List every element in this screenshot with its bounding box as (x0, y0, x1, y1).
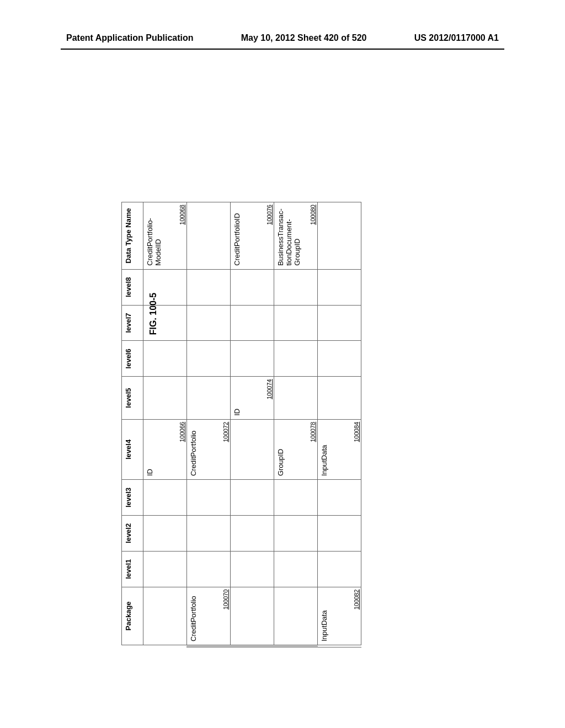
cell-level6 (187, 341, 231, 377)
cell-level4: GroupID 100078 (274, 419, 318, 479)
cell-package: InputData 100082 (318, 587, 361, 645)
header-package: Package (122, 587, 143, 645)
cell-level1 (143, 551, 187, 587)
header-left: Patent Application Publication (66, 33, 194, 43)
header-level3: level3 (122, 480, 143, 516)
header-right: US 2012/0117000 A1 (414, 33, 499, 43)
cell-level1 (318, 551, 361, 587)
cell-level8 (231, 269, 274, 305)
ref-number: 100072 (222, 422, 229, 442)
header-level4: level4 (122, 419, 143, 479)
cell-level8 (143, 269, 187, 305)
cell-dtn (187, 202, 231, 270)
cell-package (143, 587, 187, 645)
cell-package: CreditPortfolio 100070 (187, 587, 231, 645)
cell-level2 (318, 515, 361, 551)
cell-level1 (187, 551, 231, 587)
header-level6: level6 (122, 341, 143, 377)
cell-level5 (143, 377, 187, 420)
cell-level4: InputData 100084 (318, 419, 361, 479)
cell-package (274, 587, 318, 645)
cell-level3 (187, 480, 231, 516)
cell-level5 (274, 377, 318, 420)
table-header-row: Package level1 level2 level3 level4 leve… (122, 202, 143, 645)
cell-dtn (318, 202, 361, 270)
ref-number: 100070 (222, 590, 229, 610)
cell-level4: CreditPortfolio 100072 (187, 419, 231, 479)
table-row: InputData 100082 InputData 100084 (318, 202, 361, 645)
ref-number: 100066 (179, 422, 185, 442)
cell-dtn: CreditPortfolioID 100076 (231, 202, 274, 270)
cell-level7 (231, 305, 274, 341)
header-level8: level8 (122, 269, 143, 305)
cell-level7 (274, 305, 318, 341)
cell-dtn: BusinessTransac-tionDocument-GroupID 100… (274, 202, 318, 270)
cell-level5 (187, 377, 231, 420)
ref-number: 100084 (353, 422, 360, 442)
table-row: CreditPortfolio 100070 CreditPortfolio 1… (187, 202, 231, 645)
cell-level8 (318, 269, 361, 305)
cell-level5: ID 100074 (231, 377, 274, 420)
cell-level7 (187, 305, 231, 341)
cell-level2 (187, 515, 231, 551)
cell-level1 (231, 551, 274, 587)
cell-level2 (231, 515, 274, 551)
header-center: May 10, 2012 Sheet 420 of 520 (241, 33, 367, 43)
page-header: Patent Application Publication May 10, 2… (0, 0, 565, 49)
cell-level6 (318, 341, 361, 377)
cell-level8 (274, 269, 318, 305)
header-level5: level5 (122, 377, 143, 420)
cell-level3 (231, 480, 274, 516)
ref-number: 100080 (310, 205, 316, 225)
ref-number: 100082 (353, 590, 360, 610)
header-divider (61, 49, 504, 50)
header-level2: level2 (122, 515, 143, 551)
table-row: GroupID 100078 BusinessTransac-tionDocum… (274, 202, 318, 645)
cell-level1 (274, 551, 318, 587)
header-level7: level7 (122, 305, 143, 341)
cell-level3 (318, 480, 361, 516)
table-row: ID 100066 CreditPortfolio-ModelID 100068 (143, 202, 187, 645)
cell-level6 (143, 341, 187, 377)
header-datatypename: Data Type Name (122, 202, 143, 270)
cell-dtn: CreditPortfolio-ModelID 100068 (143, 202, 187, 270)
cell-level3 (274, 480, 318, 516)
cell-level2 (274, 515, 318, 551)
cell-level2 (143, 515, 187, 551)
cell-level4 (231, 419, 274, 479)
cell-level4: ID 100066 (143, 419, 187, 479)
cell-level7 (143, 305, 187, 341)
ref-number: 100076 (266, 205, 273, 225)
header-level1: level1 (122, 551, 143, 587)
data-table: Package level1 level2 level3 level4 leve… (121, 202, 361, 645)
ref-number: 100068 (179, 205, 185, 225)
cell-level8 (187, 269, 231, 305)
cell-level3 (143, 480, 187, 516)
cell-level6 (231, 341, 274, 377)
ref-number: 100078 (310, 422, 316, 442)
cell-level7 (318, 305, 361, 341)
cell-package (231, 587, 274, 645)
cell-level5 (318, 377, 361, 420)
cell-level6 (274, 341, 318, 377)
ref-number: 100074 (266, 379, 273, 399)
table-row: ID 100074 CreditPortfolioID 100076 (231, 202, 274, 645)
